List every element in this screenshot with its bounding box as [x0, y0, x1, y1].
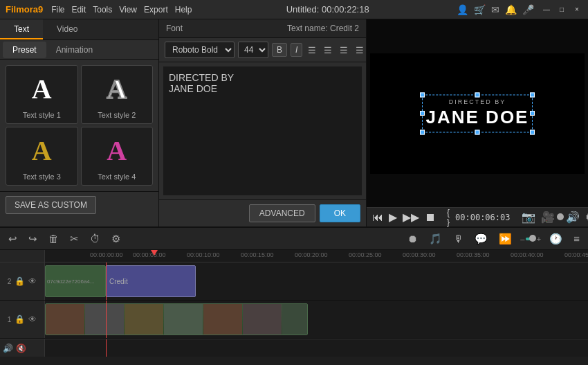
window-title: Untitled: 00:00:22:18 [199, 4, 457, 15]
settings-button[interactable]: ⚙ [585, 211, 589, 224]
video-clip-pre[interactable]: 07c9d22e7206a4... [45, 265, 106, 297]
track-lock-1[interactable]: 🔒 [15, 314, 25, 324]
font-size-select[interactable]: 44 [238, 42, 268, 58]
align-right-button[interactable]: ☰ [338, 44, 350, 57]
handle-br[interactable] [530, 130, 535, 134]
save-as-custom-button[interactable]: SAVE AS CUSTOM [6, 196, 96, 214]
menu-file[interactable]: File [51, 5, 64, 15]
video-clip-main[interactable] [45, 303, 308, 335]
camera-button[interactable]: 🎥 [541, 211, 555, 224]
handle-tr[interactable] [530, 92, 535, 97]
text-content-input[interactable]: DIRECTED BY JANE DOE [163, 66, 362, 195]
track-playhead-1 [106, 301, 107, 338]
bold-button[interactable]: B [272, 43, 287, 57]
style-item-2[interactable]: A Text style 2 [81, 65, 154, 124]
tab-text[interactable]: Text [0, 19, 43, 39]
undo-button[interactable]: ↩ [6, 231, 20, 247]
tab-video[interactable]: Video [43, 19, 91, 39]
track-content-2[interactable]: Credit 07c9d22e7206a4... [45, 262, 588, 300]
mic-icon[interactable]: 🎤 [522, 4, 534, 15]
zoom-handle[interactable] [529, 235, 536, 242]
text-clip-label: Credit [109, 278, 128, 285]
maximize-button[interactable]: □ [556, 4, 567, 15]
menu-tools[interactable]: Tools [93, 5, 112, 15]
skip-back-button[interactable]: ⏮ [372, 211, 383, 224]
minimize-button[interactable]: — [541, 4, 552, 15]
style-item-3[interactable]: A Text style 3 [6, 127, 78, 186]
bell-icon[interactable]: 🔔 [505, 4, 517, 15]
track-id-2: 2 [8, 278, 12, 285]
window-controls: — □ × [541, 4, 582, 15]
handle-tm[interactable] [475, 92, 480, 97]
voice-button[interactable]: 🎙 [450, 231, 466, 246]
audio-mute-button[interactable]: 🔇 [16, 344, 26, 353]
close-button[interactable]: × [571, 4, 582, 15]
menu-export[interactable]: Export [144, 5, 168, 15]
play-button[interactable]: ▶ [389, 211, 397, 224]
style-preview-4: A [89, 132, 145, 170]
message-icon[interactable]: ✉ [491, 4, 499, 15]
music-button[interactable]: 🎵 [426, 231, 445, 247]
play-forward-button[interactable]: ▶▶ [403, 211, 419, 224]
volume-button[interactable]: 🔊 [566, 211, 580, 224]
style-item-4[interactable]: A Text style 4 [81, 127, 154, 186]
audio-track-content [45, 339, 588, 357]
settings-tl-button[interactable]: ⚙ [109, 231, 123, 247]
font-section-label: Font [166, 24, 183, 33]
font-family-select[interactable]: Roboto Bold [165, 42, 235, 58]
redo-button[interactable]: ↪ [26, 231, 40, 247]
handle-mr[interactable] [530, 111, 535, 116]
playback-icons-left: { } [447, 208, 450, 227]
track-row-1: 1 🔒 👁 [0, 301, 588, 339]
handle-tl[interactable] [420, 92, 425, 97]
thumb-3 [125, 304, 163, 335]
stop-button[interactable]: ⏹ [425, 211, 436, 224]
time-mark-0: 00:00:00:00 [90, 251, 123, 258]
align-left-button[interactable]: ☰ [306, 44, 318, 57]
track-eye-2[interactable]: 👁 [28, 276, 37, 286]
header-icons: 👤 🛒 ✉ 🔔 🎤 [457, 4, 534, 15]
font-editor-section: Font Text name: Credit 2 Roboto Bold 44 … [159, 19, 367, 226]
timer-button[interactable]: ⏱ [87, 231, 103, 246]
handle-bm[interactable] [475, 130, 480, 134]
cart-icon[interactable]: 🛒 [474, 4, 486, 15]
preview-canvas: DIRECTED BY JANE DOE [367, 19, 588, 207]
sub-tab-animation[interactable]: Animation [46, 42, 102, 58]
topbar: Filmora9 File Edit Tools View Export Hel… [0, 0, 588, 19]
text-clip[interactable]: Credit [106, 265, 196, 297]
italic-button[interactable]: I [291, 43, 302, 57]
audio-track: 🔊 🔇 [0, 339, 588, 357]
advanced-button[interactable]: ADVANCED [249, 204, 315, 222]
align-center-button[interactable]: ☰ [322, 44, 334, 57]
delete-button[interactable]: 🗑 [46, 231, 62, 246]
more-button[interactable]: ≡ [571, 231, 582, 246]
subtitle-button[interactable]: 💬 [472, 231, 490, 247]
cut-button[interactable]: ✂ [67, 231, 82, 247]
menu-help[interactable]: Help [175, 5, 192, 15]
style-letter-3: A [32, 134, 52, 167]
align-justify-button[interactable]: ☰ [353, 44, 366, 57]
style-item-1[interactable]: A Text style 1 [6, 65, 78, 124]
speed-button[interactable]: ⏩ [496, 231, 515, 247]
audio-speaker-button[interactable]: 🔊 [3, 344, 13, 353]
screenshot-button[interactable]: 📷 [522, 211, 535, 224]
menu-edit[interactable]: Edit [72, 5, 86, 15]
playhead-indicator [151, 250, 158, 256]
style-letter-2: A [107, 73, 127, 105]
handle-bl[interactable] [420, 130, 425, 134]
track-eye-1[interactable]: 👁 [28, 314, 37, 324]
profile-icon[interactable]: 👤 [457, 4, 468, 15]
handle-ml[interactable] [420, 111, 425, 116]
clock-button[interactable]: 🕐 [546, 231, 565, 247]
font-toolbar: Roboto Bold 44 B I ☰ ☰ ☰ ☰ [159, 38, 366, 62]
record-button[interactable]: ⏺ [405, 231, 421, 246]
main-content: Text Video Preset Animation A Text style… [0, 19, 588, 226]
track-content-1[interactable] [45, 301, 588, 338]
time-mark-6: 00:00:30:00 [403, 251, 436, 258]
sub-tab-preset[interactable]: Preset [3, 42, 46, 58]
menu-view[interactable]: View [119, 5, 137, 15]
preview-name-text: JANE DOE [426, 107, 529, 128]
track-lock-2[interactable]: 🔒 [15, 276, 25, 286]
volume-handle[interactable] [557, 213, 564, 220]
ok-button[interactable]: OK [320, 204, 360, 222]
